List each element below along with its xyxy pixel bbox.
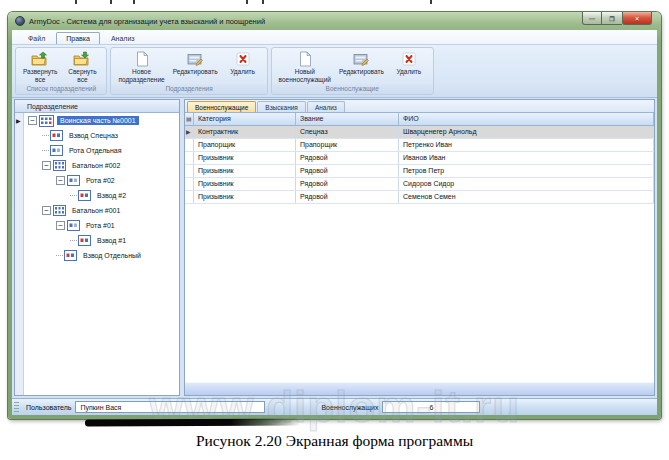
battalion-icon bbox=[53, 205, 66, 216]
ribbon-tab-strip: Файл Правка Анализ bbox=[12, 30, 657, 45]
ribbon-group-servicemen: Новый военнослужащий Редактировать bbox=[271, 47, 434, 95]
tree-item-platoon-1[interactable]: Взвод #1 bbox=[25, 233, 179, 248]
tree-connector bbox=[42, 150, 49, 151]
tab-analysis[interactable]: Анализ bbox=[307, 101, 345, 112]
group-caption: Военнослужащие bbox=[272, 84, 433, 94]
window-controls: — ❐ ✕ bbox=[582, 12, 652, 25]
tree-connector bbox=[70, 195, 77, 196]
cell-name: Петров Петр bbox=[399, 165, 654, 177]
group-caption: Подразделения bbox=[111, 84, 266, 94]
collapse-toggle-icon[interactable]: − bbox=[56, 176, 65, 185]
delete-icon bbox=[234, 51, 252, 67]
page: ArmyDoc - Система для организации учета … bbox=[0, 0, 669, 460]
folder-collapse-icon bbox=[73, 51, 91, 67]
collapse-toggle-icon[interactable]: − bbox=[56, 221, 65, 230]
tree-item-company-01[interactable]: − Рота #01 bbox=[25, 218, 179, 233]
delete-serviceman-button[interactable]: Удалить bbox=[388, 50, 430, 77]
minimize-button[interactable]: — bbox=[582, 12, 602, 25]
tree-item-platoon-2[interactable]: Взвод #2 bbox=[25, 188, 179, 203]
cell-name: Петренко Иван bbox=[399, 139, 654, 151]
row-marker-cell bbox=[185, 165, 194, 177]
maximize-button[interactable]: ❐ bbox=[602, 12, 622, 25]
cell-rank: Рядовой bbox=[296, 165, 399, 177]
cell-rank: Рядовой bbox=[296, 191, 399, 203]
collapse-all-button[interactable]: Свернуть все bbox=[61, 50, 103, 84]
cell-category: Призывник bbox=[194, 191, 296, 203]
main-area: Подразделение ▶ − bbox=[12, 98, 657, 398]
row-marker-cell bbox=[185, 178, 194, 190]
tab-edit[interactable]: Правка bbox=[56, 32, 100, 44]
tree-item-company-separate[interactable]: Рота Отдельная bbox=[25, 143, 179, 158]
delete-unit-button[interactable]: Удалить bbox=[222, 50, 264, 77]
ribbon: Развернуть все Свернуть все Список подра… bbox=[12, 45, 657, 98]
cell-category: Призывник bbox=[194, 152, 296, 164]
column-header-category[interactable]: Категория bbox=[194, 113, 296, 125]
collapse-toggle-icon[interactable]: − bbox=[28, 116, 37, 125]
close-icon: ✕ bbox=[634, 15, 639, 22]
edit-serviceman-button[interactable]: Редактировать bbox=[335, 50, 388, 77]
tab-penalties[interactable]: Взыскания bbox=[257, 101, 306, 112]
cell-name: Семенов Семен bbox=[399, 191, 654, 203]
app-window: ArmyDoc - Система для организации учета … bbox=[8, 12, 661, 419]
table-row[interactable]: Призывник Рядовой Петров Петр bbox=[185, 165, 654, 178]
cell-name: Шварценегер Арнольд bbox=[399, 126, 654, 138]
company-icon bbox=[67, 175, 80, 186]
cell-category: Призывник bbox=[194, 178, 296, 190]
platoon-icon bbox=[78, 190, 91, 201]
table-row[interactable]: Призывник Рядовой Сидоров Сидор bbox=[185, 178, 654, 191]
current-row-marker-icon: ▶ bbox=[185, 126, 194, 138]
edit-form-icon bbox=[352, 51, 370, 67]
group-caption: Список подразделений bbox=[16, 84, 106, 94]
new-document-icon bbox=[133, 51, 151, 67]
platoon-icon bbox=[64, 250, 77, 261]
new-unit-button[interactable]: Новое подразделение bbox=[114, 50, 168, 84]
column-header-name[interactable]: ФИО bbox=[399, 113, 654, 125]
cell-rank: Рядовой bbox=[296, 152, 399, 164]
new-serviceman-button[interactable]: Новый военнослужащий bbox=[275, 50, 335, 84]
edit-unit-button[interactable]: Редактировать bbox=[169, 50, 222, 77]
app-icon bbox=[15, 16, 25, 26]
tree-item-battalion-001[interactable]: − Батальон #001 bbox=[25, 203, 179, 218]
table-header-row: ▤ Категория Звание ФИО bbox=[185, 113, 654, 126]
table-row[interactable]: Призывник Рядовой Иванов Иван bbox=[185, 152, 654, 165]
platoon-icon bbox=[78, 235, 91, 246]
figure-caption: Рисунок 2.20 Экранная форма программы bbox=[0, 432, 669, 450]
table-row[interactable]: ▶ Контрактник Спецназ Шварценегер Арноль… bbox=[185, 126, 654, 139]
close-button[interactable]: ✕ bbox=[622, 12, 652, 25]
row-marker-cell bbox=[185, 152, 194, 164]
cell-name: Сидоров Сидор bbox=[399, 178, 654, 190]
tree-item-unit-0001[interactable]: − Воинская часть №0001 bbox=[25, 113, 179, 128]
status-bar: Пользователь Пупкин Вася Военнослужащих … bbox=[12, 398, 657, 415]
tree-item-platoon-spetsnaz[interactable]: Взвод Спецназ bbox=[25, 128, 179, 143]
cropped-text-fragment bbox=[133, 0, 135, 4]
tree-item-company-02[interactable]: − Рота #02 bbox=[25, 173, 179, 188]
client-area: Файл Правка Анализ Развернуть все bbox=[12, 30, 657, 415]
detail-panel: Военнослужащие Взыскания Анализ ▤ Катего… bbox=[184, 99, 655, 396]
tree-row-marker-column: ▶ bbox=[15, 113, 24, 395]
military-unit-icon bbox=[39, 115, 54, 127]
tab-analyze[interactable]: Анализ bbox=[101, 32, 145, 44]
ribbon-group-units: Новое подразделение Редактировать bbox=[110, 47, 267, 95]
tab-servicemen[interactable]: Военнослужащие bbox=[187, 101, 256, 112]
tree-item-platoon-separate[interactable]: Взвод Отдельный bbox=[25, 248, 179, 263]
window-title: ArmyDoc - Система для организации учета … bbox=[29, 17, 265, 26]
platoon-icon bbox=[50, 130, 63, 141]
row-marker-cell bbox=[185, 191, 194, 203]
user-value: Пупкин Вася bbox=[75, 401, 265, 413]
table-row[interactable]: Прапорщик Прапорщик Петренко Иван bbox=[185, 139, 654, 152]
tree-item-battalion-002[interactable]: − Батальон #002 bbox=[25, 158, 179, 173]
battalion-icon bbox=[53, 160, 66, 171]
title-bar[interactable]: ArmyDoc - Система для организации учета … bbox=[8, 12, 661, 30]
tab-file[interactable]: Файл bbox=[18, 32, 55, 44]
column-header-rank[interactable]: Звание bbox=[296, 113, 399, 125]
cell-rank: Рядовой bbox=[296, 178, 399, 190]
collapse-toggle-icon[interactable]: − bbox=[42, 206, 51, 215]
cropped-text-fragment bbox=[75, 0, 77, 4]
cropped-text-fragment bbox=[430, 0, 432, 4]
expand-all-button[interactable]: Развернуть все bbox=[19, 50, 61, 84]
table-row[interactable]: Призывник Рядовой Семенов Семен bbox=[185, 191, 654, 204]
collapse-toggle-icon[interactable]: − bbox=[42, 161, 51, 170]
cropped-text-fragment bbox=[246, 0, 248, 4]
minimize-icon: — bbox=[589, 15, 595, 21]
user-label: Пользователь bbox=[22, 404, 75, 411]
